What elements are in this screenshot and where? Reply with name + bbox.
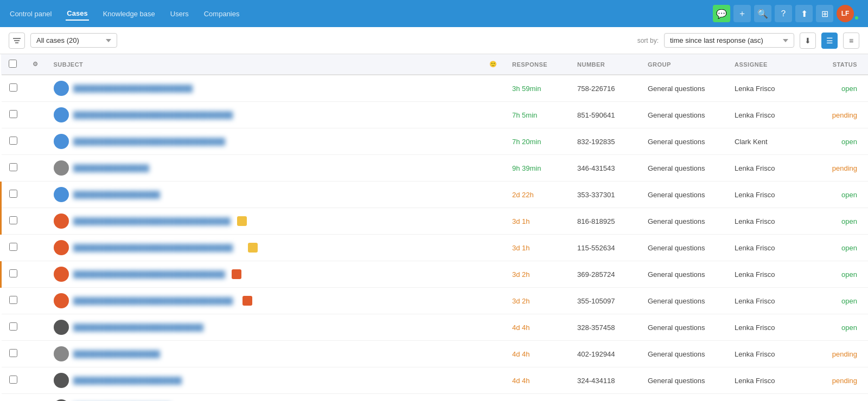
list-view-button[interactable]: ☰ [821,33,838,49]
grid-icon[interactable]: ⊞ [816,5,833,22]
row-subject-cell[interactable]: ████████████████████████████████ [46,208,482,235]
table-row[interactable]: ████████████████████████████████ 7h 5min… [1,102,869,128]
row-gear-cell [25,182,46,208]
row-subject-cell[interactable]: ████████████████████████████████ [46,314,482,341]
assignee-name: Lenka Frisco [735,111,775,119]
assignee-name: Lenka Frisco [735,217,775,225]
table-row[interactable]: ████████████████████████████████ 4d 4h 4… [1,341,869,367]
group-name: General questions [648,377,705,385]
status-badge: open [841,138,857,146]
avatar [54,107,69,122]
row-checkbox[interactable] [9,376,17,384]
row-response-cell: 6d 0h [505,394,570,402]
row-assignee-cell: Lenka Frisco [727,208,814,235]
tag-badge [232,269,241,279]
status-header: STATUS [814,54,868,75]
row-subject-cell[interactable]: ████████████████████████████████ [46,235,482,261]
row-checkbox[interactable] [9,83,17,92]
subject-text: ████████████████████████████████ [73,111,247,119]
row-subject-cell[interactable]: ████████████████████████████████ [46,75,482,102]
row-response-cell: 3d 2h [505,261,570,288]
row-checkbox[interactable] [9,296,17,304]
table-row[interactable]: ████████████████████████████████ 6d 0h 2… [1,394,869,402]
row-number-cell: 328-357458 [570,314,640,341]
row-emoji-cell [482,102,505,128]
case-number: 816-818925 [577,217,615,225]
subject-text: ████████████████████████████████ [73,244,241,252]
filter-button[interactable] [9,33,25,49]
group-name: General questions [648,85,705,93]
row-checkbox[interactable] [9,216,17,224]
nav-companies[interactable]: Companies [203,8,241,20]
row-checkbox[interactable] [9,269,17,277]
download-button[interactable]: ⬇ [800,33,816,49]
compact-view-button[interactable]: ≡ [843,33,859,49]
row-checkbox[interactable] [9,349,17,357]
table-row[interactable]: ████████████████████████████████ 4d 4h 3… [1,314,869,341]
table-row[interactable]: ████████████████████████████████ 2d 22h … [1,182,869,208]
response-time: 4d 4h [512,324,530,332]
row-checkbox-cell [1,155,25,182]
row-checkbox-cell [1,367,25,394]
row-subject-cell[interactable]: ████████████████████████████████ [46,261,482,288]
table-row[interactable]: ████████████████████████████████ 3h 59mi… [1,75,869,102]
row-assignee-cell: Lenka Frisco [727,367,814,394]
row-emoji-cell [482,235,505,261]
row-checkbox[interactable] [9,137,17,145]
gear-icon[interactable]: ⚙ [33,61,39,67]
help-icon[interactable]: ？ [775,5,792,22]
row-checkbox[interactable] [9,163,17,171]
sort-label: sort by: [637,37,659,44]
table-row[interactable]: ████████████████████████████████ 9h 39mi… [1,155,869,182]
row-group-cell: General questions [640,235,727,261]
row-checkbox[interactable] [9,110,17,118]
subject-text: ████████████████████████████████ [73,191,160,199]
select-all-checkbox[interactable] [9,60,17,68]
assignee-header: ASSIGNEE [727,54,814,75]
add-icon[interactable]: ＋ [733,5,751,22]
row-subject-cell[interactable]: ████████████████████████████████ [46,182,482,208]
avatar[interactable]: LF [837,5,854,22]
upload-icon[interactable]: ⬆ [795,5,813,22]
table-row[interactable]: ████████████████████████████████ 7h 20mi… [1,128,869,155]
row-assignee-cell: Lenka Frisco [727,182,814,208]
table-row[interactable]: ████████████████████████████████ 3d 1h 8… [1,208,869,235]
row-checkbox[interactable] [9,190,17,198]
subject-text: ████████████████████████████████ [73,297,236,305]
search-icon[interactable]: 🔍 [754,5,771,22]
row-group-cell: General questions [640,102,727,128]
row-status-cell: pending [814,367,868,394]
sort-select[interactable]: time since last response (asc) [664,33,794,48]
row-checkbox[interactable] [9,243,17,251]
row-subject-cell[interactable]: ████████████████████████████████ [46,155,482,182]
filter-icon [13,37,21,44]
subject-text: ████████████████████████████████ [73,164,149,172]
row-response-cell: 3d 2h [505,288,570,314]
nav-control-panel[interactable]: Control panel [9,8,53,20]
nav-cases[interactable]: Cases [66,7,88,21]
row-subject-cell[interactable]: ████████████████████████████████ [46,341,482,367]
table-row[interactable]: ████████████████████████████████ 3d 2h 3… [1,261,869,288]
nav-users[interactable]: Users [169,8,190,20]
row-subject-cell[interactable]: ████████████████████████████████ [46,394,482,402]
row-subject-cell[interactable]: ████████████████████████████████ [46,102,482,128]
row-assignee-cell: Lenka Frisco [727,394,814,402]
nav-knowledge-base[interactable]: Knowledge base [102,8,156,20]
table-row[interactable]: ████████████████████████████████ 3d 1h 1… [1,235,869,261]
table-row[interactable]: ████████████████████████████████ 3d 2h 3… [1,288,869,314]
chat-icon[interactable]: 💬 [713,5,730,22]
table-row[interactable]: ████████████████████████████████ 4d 4h 3… [1,367,869,394]
row-subject-cell[interactable]: ████████████████████████████████ [46,288,482,314]
row-number-cell: 851-590641 [570,102,640,128]
row-status-cell: pending [814,155,868,182]
row-response-cell: 3d 1h [505,208,570,235]
row-checkbox[interactable] [9,322,17,331]
row-group-cell: General questions [640,341,727,367]
case-number: 115-552634 [577,244,615,252]
row-response-cell: 2d 22h [505,182,570,208]
row-subject-cell[interactable]: ████████████████████████████████ [46,367,482,394]
assignee-name: Lenka Frisco [735,377,775,385]
row-assignee-cell: Clark Kent [727,128,814,155]
cases-filter-select[interactable]: All cases (20) [30,33,117,48]
row-subject-cell[interactable]: ████████████████████████████████ [46,128,482,155]
